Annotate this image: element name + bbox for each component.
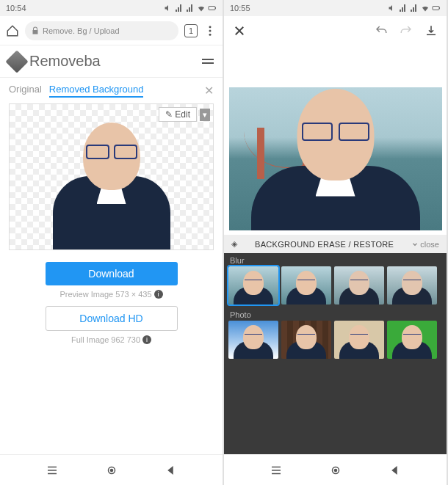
result-image: ✎ Edit ▾	[9, 103, 214, 250]
status-icons	[164, 4, 217, 12]
sound-icon	[164, 4, 173, 12]
photo-thumb-tan[interactable]	[334, 321, 384, 359]
portrait-cutout	[53, 114, 170, 249]
blur-thumb-1[interactable]	[228, 266, 278, 305]
status-icons-right	[388, 4, 441, 12]
svg-point-10	[333, 468, 337, 472]
nav-home-icon[interactable]	[105, 464, 118, 477]
panel-title: BACKGROUND ERASE / RESTORE	[255, 240, 394, 249]
edit-chevron-down-icon[interactable]: ▾	[200, 109, 210, 121]
status-time: 10:54	[6, 4, 26, 12]
sound-icon	[388, 4, 397, 12]
section-blur-label: Blur	[224, 253, 447, 266]
left-phone-browser: 10:54 Remove. Bg / Upload 1 Removeba Ori…	[0, 0, 224, 485]
signal-icon-2	[186, 4, 195, 12]
blur-thumbnails	[224, 266, 447, 307]
brand-logo-icon	[5, 50, 28, 73]
signal-icon-2	[410, 4, 419, 12]
composite-image	[229, 87, 442, 230]
battery-icon	[208, 4, 217, 12]
info-icon[interactable]: i	[154, 290, 163, 299]
battery-icon	[432, 4, 441, 12]
browser-toolbar: Remove. Bg / Upload 1	[0, 16, 223, 45]
photo-thumb-wood[interactable]	[281, 321, 331, 359]
panel-close-button[interactable]: close	[411, 240, 439, 249]
svg-rect-0	[209, 7, 215, 10]
tab-original[interactable]: Original	[9, 84, 42, 98]
preview-canvas[interactable]	[224, 45, 447, 235]
svg-rect-8	[439, 7, 440, 9]
nav-menu-icon[interactable]	[270, 464, 283, 477]
redo-icon[interactable]	[400, 24, 413, 37]
photo-thumbnails	[224, 321, 447, 362]
result-tabs: Original Removed Background ✕	[0, 78, 223, 101]
signal-icon	[399, 4, 408, 12]
brand-header: Removeba	[0, 45, 223, 78]
section-photo-label: Photo	[224, 307, 447, 321]
photo-thumb-green[interactable]	[387, 321, 437, 359]
status-bar-left: 10:54	[0, 0, 223, 16]
download-icon[interactable]	[424, 24, 438, 37]
nav-home-icon[interactable]	[329, 464, 342, 477]
svg-rect-7	[433, 7, 439, 10]
download-hd-button[interactable]: Download HD	[46, 306, 178, 331]
tab-count[interactable]: 1	[184, 24, 198, 37]
status-bar-right: 10:55	[224, 0, 447, 16]
home-icon[interactable]	[6, 24, 19, 37]
portrait-foreground	[251, 87, 420, 230]
full-size-caption: Full Image 962 730 i	[0, 334, 223, 346]
android-nav-bar	[0, 454, 223, 485]
svg-point-2	[209, 26, 212, 28]
android-nav-bar-right	[224, 454, 447, 485]
download-button[interactable]: Download	[46, 262, 178, 285]
url-text: Remove. Bg / Upload	[43, 26, 120, 35]
url-bar[interactable]: Remove. Bg / Upload	[25, 21, 178, 40]
wifi-icon	[421, 4, 430, 12]
svg-rect-1	[215, 7, 216, 9]
nav-menu-icon[interactable]	[46, 464, 59, 477]
info-icon-2[interactable]: i	[142, 335, 151, 344]
background-panel: ◈ BACKGROUND ERASE / RESTORE close Blur …	[224, 235, 447, 454]
svg-point-4	[209, 33, 212, 35]
lock-icon	[31, 26, 40, 35]
signal-icon	[175, 4, 184, 12]
svg-point-3	[209, 29, 212, 32]
tab-removed-background[interactable]: Removed Background	[49, 84, 144, 98]
blur-thumb-3[interactable]	[334, 266, 384, 305]
nav-back-icon[interactable]	[388, 464, 401, 477]
blur-thumb-2[interactable]	[281, 266, 331, 305]
svg-point-6	[109, 468, 113, 472]
photo-thumb-sky[interactable]	[228, 321, 278, 359]
panel-header: ◈ BACKGROUND ERASE / RESTORE close	[224, 235, 447, 253]
preview-size-caption: Preview Image 573 × 435 i	[0, 288, 223, 300]
close-icon[interactable]: ✕	[204, 84, 214, 98]
layers-icon: ◈	[231, 239, 237, 249]
right-phone-editor: 10:55	[224, 0, 448, 485]
undo-icon[interactable]	[375, 24, 388, 37]
close-icon[interactable]	[233, 24, 246, 37]
menu-icon[interactable]	[202, 59, 214, 64]
brand-name: Removeba	[29, 53, 101, 70]
editor-toolbar	[224, 16, 447, 45]
wifi-icon	[197, 4, 206, 12]
nav-back-icon[interactable]	[164, 464, 177, 477]
more-icon[interactable]	[203, 24, 217, 37]
chevron-down-icon	[411, 241, 419, 248]
status-time-right: 10:55	[230, 4, 250, 12]
blur-thumb-4[interactable]	[387, 266, 437, 305]
